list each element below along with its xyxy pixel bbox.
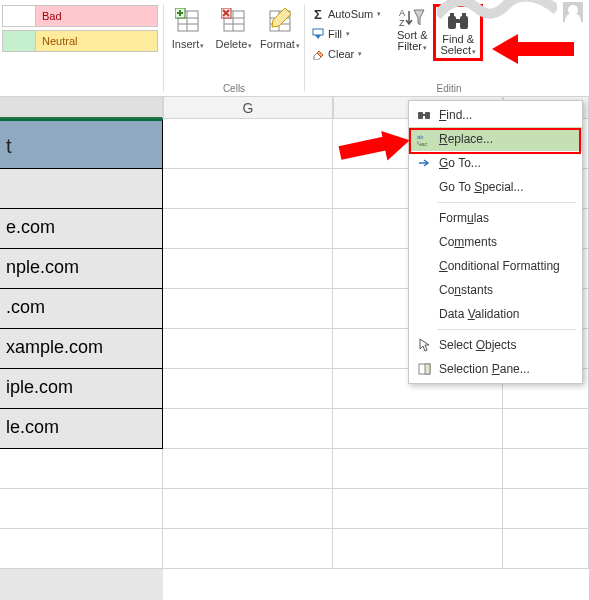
cell[interactable]	[163, 449, 333, 489]
delete-label: Delete	[216, 38, 248, 50]
cell[interactable]	[163, 529, 333, 569]
menu-constants[interactable]: Constants	[409, 278, 582, 302]
goto-arrow-icon	[415, 154, 433, 172]
cells-group-label: Cells	[223, 83, 245, 94]
format-button[interactable]: Format▾	[260, 6, 300, 52]
menu-cond-fmt[interactable]: Conditional Formatting	[409, 254, 582, 278]
cell[interactable]	[163, 329, 333, 369]
cell[interactable]: .com	[0, 289, 163, 329]
table-header-cell[interactable]: t	[0, 119, 163, 169]
delete-button[interactable]: Delete▾	[214, 6, 254, 52]
sigma-icon: Σ	[311, 7, 325, 21]
cell[interactable]	[503, 409, 589, 449]
autosum-label: AutoSum	[328, 8, 373, 20]
menu-selection-pane[interactable]: Selection Pane...	[409, 357, 582, 381]
format-label: Format	[260, 38, 295, 50]
cell[interactable]	[333, 489, 503, 529]
insert-label: Insert	[172, 38, 200, 50]
delete-cells-icon	[219, 6, 249, 36]
menu-goto-special[interactable]: Go To Special...	[409, 175, 582, 199]
cell[interactable]: xample.com	[0, 329, 163, 369]
menu-select-objects-label: Select Objects	[439, 338, 516, 352]
ribbon: Bad Neutral Insert▾ Delete▾	[0, 0, 589, 97]
fill-button[interactable]: Fill▾	[311, 24, 381, 44]
menu-separator	[437, 202, 576, 203]
menu-select-objects[interactable]: Select Objects	[409, 333, 582, 357]
find-label: Find & Select	[440, 33, 474, 56]
fill-label: Fill	[328, 28, 342, 40]
format-cells-icon	[265, 6, 295, 36]
cell[interactable]	[0, 169, 163, 209]
cell[interactable]	[503, 489, 589, 529]
cell[interactable]	[163, 369, 333, 409]
cell[interactable]	[163, 409, 333, 449]
cell[interactable]	[163, 249, 333, 289]
menu-separator	[437, 329, 576, 330]
menu-selection-pane-label: Selection Pane...	[439, 362, 530, 376]
sort-filter-button[interactable]: AZ Sort & Filter▾	[391, 4, 433, 53]
cell[interactable]	[0, 489, 163, 529]
cell[interactable]	[163, 209, 333, 249]
svg-rect-18	[313, 29, 323, 35]
cell[interactable]	[333, 529, 503, 569]
cell[interactable]	[163, 489, 333, 529]
cell[interactable]: e.com	[0, 209, 163, 249]
menu-formulas-label: Formulas	[439, 211, 489, 225]
style-bad[interactable]: Bad	[36, 5, 158, 27]
insert-button[interactable]: Insert▾	[168, 6, 208, 52]
cell[interactable]	[333, 449, 503, 489]
menu-goto-special-label: Go To Special...	[439, 180, 524, 194]
menu-cond-fmt-label: Conditional Formatting	[439, 259, 560, 273]
style-neutral[interactable]: Neutral	[36, 30, 158, 52]
cell[interactable]: le.com	[0, 409, 163, 449]
cell[interactable]	[0, 529, 163, 569]
menu-formulas[interactable]: Formulas	[409, 206, 582, 230]
selection-pane-icon	[415, 360, 433, 378]
menu-replace-label: Replace...	[439, 132, 493, 146]
insert-cells-icon	[173, 6, 203, 36]
cell[interactable]	[333, 409, 503, 449]
autosum-button[interactable]: Σ AutoSum▾	[311, 4, 381, 24]
cell[interactable]	[163, 289, 333, 329]
decorative-squiggle	[437, 0, 557, 20]
binoculars-small-icon	[415, 106, 433, 124]
find-select-menu: Find... abac Replace... Go To... Go To S…	[408, 100, 583, 384]
style-normal-swatch[interactable]	[2, 5, 36, 27]
cell[interactable]	[503, 529, 589, 569]
eraser-icon	[311, 47, 325, 61]
svg-rect-32	[425, 364, 430, 374]
clear-button[interactable]: Clear▾	[311, 44, 381, 64]
menu-find[interactable]: Find...	[409, 103, 582, 127]
menu-constants-label: Constants	[439, 283, 493, 297]
column-header-selected[interactable]	[0, 97, 163, 119]
menu-goto[interactable]: Go To...	[409, 151, 582, 175]
svg-text:ac: ac	[421, 141, 427, 146]
replace-icon: abac	[415, 130, 433, 148]
cell[interactable]: nple.com	[0, 249, 163, 289]
cell[interactable]	[163, 169, 333, 209]
menu-data-val-label: Data Validation	[439, 307, 520, 321]
cell[interactable]: iple.com	[0, 369, 163, 409]
cell[interactable]	[163, 119, 333, 169]
cursor-icon	[415, 336, 433, 354]
fill-down-icon	[311, 27, 325, 41]
menu-comments[interactable]: Comments	[409, 230, 582, 254]
sort-filter-icon: AZ	[398, 6, 426, 30]
svg-text:ab: ab	[417, 134, 424, 140]
svg-rect-28	[422, 114, 426, 116]
column-header-g[interactable]: G	[163, 97, 333, 119]
menu-data-val[interactable]: Data Validation	[409, 302, 582, 326]
menu-comments-label: Comments	[439, 235, 497, 249]
style-good-swatch[interactable]	[2, 30, 36, 52]
cell[interactable]	[503, 449, 589, 489]
cell[interactable]	[0, 449, 163, 489]
user-avatar-icon[interactable]	[563, 2, 583, 22]
svg-text:Z: Z	[399, 18, 405, 28]
svg-text:A: A	[399, 8, 405, 18]
menu-goto-label: Go To...	[439, 156, 481, 170]
cell-styles-gallery[interactable]: Bad Neutral	[0, 0, 163, 96]
cells-group: Insert▾ Delete▾ Format▾ Cells	[164, 0, 304, 96]
menu-find-label: Find...	[439, 108, 472, 122]
clear-label: Clear	[328, 48, 354, 60]
menu-replace[interactable]: abac Replace...	[409, 127, 582, 151]
